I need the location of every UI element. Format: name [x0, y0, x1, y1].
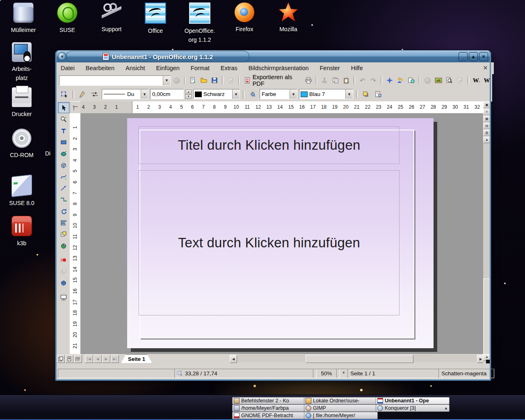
line-style-dropdown-button[interactable]: ▼	[141, 89, 148, 99]
area-style-button[interactable]	[247, 89, 258, 100]
desktop-icon-openoffice[interactable]: OpenOffice. org 1.1.2	[180, 2, 219, 45]
menu-bildschirmpraesentation[interactable]: Bildschirmpräsentation	[249, 65, 309, 71]
desktop-icon-office[interactable]: Office	[136, 2, 175, 35]
cut-button[interactable]	[320, 75, 329, 86]
previous-page-button[interactable]: ◀	[94, 355, 102, 363]
edit-document-button[interactable]	[226, 75, 236, 86]
ruler-horizontal[interactable]: 4321 12345678910111213141516171819202122…	[80, 101, 483, 114]
edit-points-button[interactable]	[59, 89, 70, 100]
navigator-button[interactable]	[385, 75, 395, 86]
vertical-scroll-thumb[interactable]	[483, 278, 491, 357]
desktop-icon-drucker[interactable]: Drucker	[2, 87, 41, 119]
export-pdf-button[interactable]: Exportieren als PDF	[242, 73, 302, 88]
line-tool-button[interactable]	[77, 89, 88, 100]
zoom-button[interactable]	[445, 75, 454, 86]
connector-tool[interactable]	[58, 194, 69, 205]
resize-grip[interactable]	[486, 360, 490, 363]
rectangle-tool[interactable]	[58, 137, 69, 148]
body-placeholder[interactable]: Text durch Klicken hinzufügen	[139, 170, 399, 315]
handout-view-button[interactable]: ▥	[483, 129, 491, 136]
print-button[interactable]	[304, 75, 313, 86]
task-button[interactable]: Unbenannt1 - Ope	[376, 397, 450, 404]
status-slide-design[interactable]: Schatten-magenta	[438, 369, 494, 378]
task-button[interactable]: [ file:/home/Meyer/	[304, 412, 378, 419]
menu-hilfe[interactable]: Hilfe	[351, 65, 363, 71]
ruler-vertical[interactable]: 123456789101112131415161718192021	[70, 113, 81, 354]
edit-file-button[interactable]	[455, 75, 465, 86]
desktop-icon-k3b[interactable]: k3b	[2, 216, 41, 248]
3d-objects-tool[interactable]	[58, 160, 69, 171]
menu-fenster[interactable]: Fenster	[320, 65, 340, 71]
line-width-field[interactable]: 0,00cm	[150, 89, 184, 99]
maximize-button[interactable]: ▲	[469, 52, 478, 61]
alignment-tool[interactable]	[58, 217, 69, 228]
paste-button[interactable]	[342, 75, 352, 86]
line-width-stepper[interactable]: ▲▼	[185, 89, 192, 99]
rotate-tool[interactable]	[58, 205, 69, 217]
open-button[interactable]	[199, 75, 209, 86]
window-titlebar[interactable]: ▼ Unbenannt1 - OpenOffice.org 1.1.2 _ ▲ …	[55, 50, 491, 62]
desktop-icon-muelleimer[interactable]: Mülleimer	[4, 2, 43, 34]
desktop-icon-suse-80[interactable]: SUSE 8.0	[2, 176, 41, 208]
task-button[interactable]: GIMP	[304, 404, 378, 412]
shadow-button[interactable]	[361, 89, 371, 100]
minimize-button[interactable]: _	[459, 52, 468, 61]
curve-tool[interactable]	[58, 171, 69, 182]
master-mode-button[interactable]	[65, 355, 73, 363]
close-button[interactable]: ×	[479, 52, 488, 61]
arrange-tool[interactable]	[58, 228, 69, 240]
task-button[interactable]: /home/Meyer/Farbpa	[232, 404, 306, 412]
desktop-icon-suse[interactable]: SUSE	[48, 2, 87, 34]
effects-tool[interactable]	[58, 254, 69, 265]
desktop-icon-cdrom[interactable]: CD-ROM	[2, 128, 41, 160]
outline-view-button[interactable]: ≡	[483, 108, 491, 115]
fill-color-select[interactable]: Blau 7 ▼	[299, 89, 353, 99]
menu-ansicht[interactable]: Ansicht	[126, 65, 145, 71]
insert-tool[interactable]	[58, 240, 69, 251]
close-document-icon[interactable]: ✕	[483, 65, 488, 71]
copy-button[interactable]	[331, 75, 340, 86]
url-dropdown-button[interactable]: ▼	[163, 76, 170, 85]
lines-arrows-tool[interactable]	[58, 183, 69, 194]
url-combobox[interactable]: ▼	[59, 75, 171, 86]
desktop-icon-arbeitsplatz[interactable]: Arbeits- platz	[2, 42, 41, 83]
help-agent-icon[interactable]: W.	[482, 75, 492, 86]
line-color-select[interactable]: Schwarz ▼	[193, 89, 240, 99]
next-page-button[interactable]: ▶	[102, 355, 110, 363]
slide-view-button[interactable]: ▦	[483, 115, 491, 122]
window-menu-button[interactable]: ▼	[58, 52, 66, 61]
menu-einfuegen[interactable]: Einfügen	[156, 65, 180, 71]
drawing-view-button[interactable]: ▣	[483, 101, 491, 108]
last-page-button[interactable]: ▶|	[111, 355, 119, 363]
save-button[interactable]	[210, 75, 220, 86]
fill-type-dropdown-button[interactable]: ▼	[290, 89, 297, 99]
slide-canvas[interactable]: Titel durch Klicken hinzufügen Text durc…	[80, 113, 483, 354]
gallery-button[interactable]	[434, 75, 443, 86]
new-presentation-button[interactable]	[188, 75, 198, 86]
task-button[interactable]: GNOME PDF-Betracht	[232, 412, 306, 419]
page-mode-button[interactable]	[57, 355, 65, 363]
scroll-left-button[interactable]: ◀	[230, 355, 237, 363]
desktop-icon-mozilla[interactable]: Mozilla	[269, 2, 308, 34]
task-button[interactable]: Lokale Ordner/suse-	[304, 397, 378, 404]
scroll-up-button[interactable]: ▲	[483, 136, 491, 143]
desktop-icon-support[interactable]: Support	[92, 2, 131, 34]
first-page-button[interactable]: |◀	[85, 355, 93, 363]
page-setup-button[interactable]	[373, 89, 383, 100]
desktop-icon-firefox[interactable]: Firefox	[225, 2, 264, 34]
line-color-dropdown-button[interactable]: ▼	[232, 89, 240, 99]
stylist-button[interactable]	[396, 75, 406, 86]
3d-controller-tool[interactable]	[58, 277, 69, 288]
menu-extras[interactable]: Extras	[221, 65, 237, 71]
arrow-style-button[interactable]	[89, 89, 100, 100]
redo-icon[interactable]: ↷	[369, 75, 379, 86]
notes-view-button[interactable]: ▤	[483, 122, 491, 129]
title-placeholder[interactable]: Titel durch Klicken hinzufügen	[139, 126, 399, 164]
url-input[interactable]	[59, 77, 163, 84]
horizontal-scroll-thumb[interactable]	[306, 355, 413, 363]
interaction-tool[interactable]	[58, 266, 69, 277]
menu-datei[interactable]: Datei	[61, 65, 75, 71]
task-button[interactable]: Konqueror [3]▲	[376, 404, 450, 412]
slide-page[interactable]: Titel durch Klicken hinzufügen Text durc…	[127, 118, 434, 348]
fill-type-select[interactable]: Farbe ▼	[260, 89, 297, 99]
